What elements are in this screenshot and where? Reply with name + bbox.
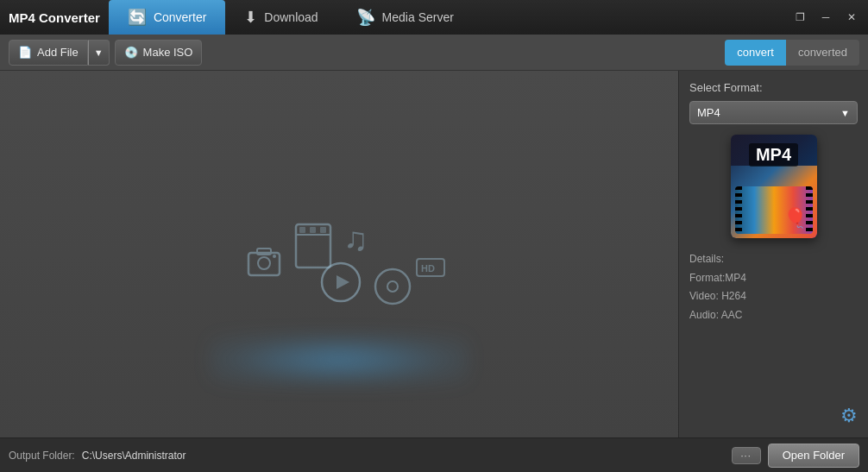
svg-rect-7 <box>310 227 316 233</box>
tab-download-label: Download <box>264 10 318 24</box>
statusbar: Output Folder: C:\Users\Administrator ··… <box>0 437 868 472</box>
details-audio: Audio: AAC <box>689 306 858 325</box>
make-iso-icon: 💿 <box>124 46 138 59</box>
svg-point-1 <box>258 257 270 269</box>
svg-point-3 <box>273 255 276 258</box>
details-format: Format:MP4 <box>689 269 858 288</box>
download-icon: ⬇ <box>244 8 257 27</box>
drop-icons-svg: ♫ HD <box>201 177 477 332</box>
app-title: MP4 Converter <box>9 10 100 25</box>
converted-button[interactable]: converted <box>786 40 859 66</box>
convert-toggle: convert converted <box>725 40 859 66</box>
svg-marker-11 <box>337 275 349 289</box>
add-file-group: 📄 Add File ▼ <box>9 40 110 66</box>
make-iso-label: Make ISO <box>143 46 193 59</box>
svg-rect-8 <box>320 227 326 233</box>
details-label: Details: <box>689 250 858 269</box>
details-video: Video: H264 <box>689 287 858 306</box>
drop-area[interactable]: ♫ HD <box>0 71 678 437</box>
close-button[interactable]: ✕ <box>840 8 863 27</box>
format-preview: MP4 🎈 <box>689 135 858 238</box>
drop-visual: ♫ HD <box>201 177 477 332</box>
minimize-button[interactable]: ─ <box>815 8 837 27</box>
nav-tabs: 🔄 Converter ⬇ Download 📡 Media Server <box>109 0 789 35</box>
output-folder-path: C:\Users\Administrator <box>82 450 725 462</box>
restore-button[interactable]: ❐ <box>789 8 811 27</box>
converter-icon: 🔄 <box>128 8 147 27</box>
browse-button[interactable]: ··· <box>732 447 761 464</box>
settings-icon[interactable]: ⚙ <box>840 405 858 427</box>
tab-media-server[interactable]: 📡 Media Server <box>337 0 473 35</box>
main-layout: ♫ HD Select Format: <box>0 71 868 437</box>
close-icon: ✕ <box>847 11 856 23</box>
titlebar: MP4 Converter 🔄 Converter ⬇ Download 📡 M… <box>0 0 868 35</box>
svg-rect-6 <box>299 227 305 233</box>
make-iso-button[interactable]: 💿 Make ISO <box>115 40 203 66</box>
add-file-dropdown-button[interactable]: ▼ <box>88 40 110 66</box>
restore-icon: ❐ <box>796 11 805 23</box>
select-format-label: Select Format: <box>689 81 858 94</box>
svg-text:HD: HD <box>421 263 435 274</box>
tab-converter-label: Converter <box>154 10 206 24</box>
output-folder-label: Output Folder: <box>9 450 75 462</box>
drop-area-glow <box>210 334 469 386</box>
dropdown-arrow-icon: ▼ <box>840 108 850 118</box>
titlebar-controls: ❐ ─ ✕ <box>789 8 868 27</box>
svg-point-13 <box>387 281 398 292</box>
tab-media-server-label: Media Server <box>382 10 454 24</box>
add-file-icon: 📄 <box>18 46 32 59</box>
balloon-icon: 🎈 <box>783 207 807 230</box>
add-file-button[interactable]: 📄 Add File <box>9 40 88 66</box>
minimize-icon: ─ <box>822 11 830 23</box>
tab-converter[interactable]: 🔄 Converter <box>109 0 225 35</box>
add-file-label: Add File <box>37 46 79 59</box>
convert-button[interactable]: convert <box>725 40 786 66</box>
toolbar: 📄 Add File ▼ 💿 Make ISO convert converte… <box>0 35 868 71</box>
format-dropdown[interactable]: MP4 ▼ <box>689 101 858 124</box>
media-server-icon: 📡 <box>356 8 375 27</box>
svg-text:♫: ♫ <box>343 221 368 257</box>
format-dropdown-label: MP4 <box>697 106 840 119</box>
format-badge: MP4 <box>749 143 798 167</box>
settings-icon-area: ⚙ <box>689 398 858 427</box>
format-image: MP4 🎈 <box>731 135 817 238</box>
right-panel: Select Format: MP4 ▼ MP4 🎈 Details: Form… <box>678 71 868 437</box>
open-folder-button[interactable]: Open Folder <box>768 444 859 468</box>
svg-point-12 <box>375 269 410 304</box>
format-details: Details: Format:MP4 Video: H264 Audio: A… <box>689 250 858 324</box>
tab-download[interactable]: ⬇ Download <box>225 0 337 35</box>
